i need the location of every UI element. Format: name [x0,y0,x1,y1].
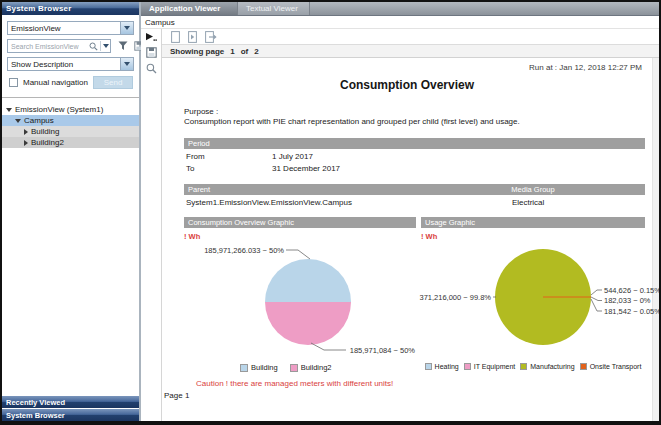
tab-label: Textual Viewer [246,4,298,13]
media-group-header-label: Media Group [511,185,645,194]
period-to-value: 31 December 2017 [272,164,340,173]
legend-item: Heating [425,363,459,370]
usage-legend: Heating IT Equipment Manuf [421,363,645,370]
legend-item: Manufacturing [520,363,574,370]
go-to-page-icon[interactable] [188,31,197,43]
tree-item-building2[interactable]: Building2 [2,137,139,148]
unit-warning: ! Wh [421,232,645,241]
legend-label: Onsite Transport [590,363,642,370]
search-icon[interactable] [88,42,99,51]
status-total-pages: 2 [254,47,258,56]
tree-item-emissionview[interactable]: EmissionView (System1) [2,104,139,115]
legend-swatch-it-equipment [464,363,471,370]
callout-line [591,297,602,301]
legend-label: Building2 [301,363,332,372]
legend-label: Heating [435,363,459,370]
divider [100,41,101,51]
period-from-label: From [186,152,272,161]
send-button[interactable]: Send [93,76,133,89]
tree-item-label: Building [31,127,59,136]
legend-swatch-onsite-transport [580,363,587,370]
export-icon[interactable] [205,31,217,43]
domain-select-button[interactable] [120,22,133,34]
consumption-pie-chart: 185,971,266.033 ~ 50% 185,971,084 ~ 50% [184,242,416,360]
chevron-down-icon [124,26,130,30]
tree-item-label: Campus [24,116,54,125]
legend-item: Building [240,363,278,372]
run-icon[interactable] [145,32,157,42]
app-window: System Browser EmissionView [0,0,661,425]
save-icon[interactable] [146,47,157,58]
pie-slice-building2[interactable] [265,302,351,345]
callout-label: 371,216,000 ~ 99.8% [419,293,491,302]
search-box[interactable] [7,39,111,53]
manual-navigation-checkbox[interactable] [9,78,18,87]
callout-label: 182,033 ~ 0% [604,296,651,305]
triangle-down-icon[interactable] [6,108,12,112]
tree-item-building[interactable]: Building [2,126,139,137]
view-mode-select-button[interactable] [120,58,133,70]
parent-section-header: Parent Media Group [184,184,645,195]
page-status-bar: Showing page 1 of 2 [162,44,659,58]
page-icon[interactable] [171,31,180,43]
callout-label: 185,971,084 ~ 50% [350,346,416,355]
zoom-icon[interactable] [146,63,157,74]
report-page: Run at : Jan 12, 2018 12:27 PM Consumpti… [162,58,652,421]
domain-select-value: EmissionView [8,22,120,34]
consumption-legend: Building Building2 [240,363,416,372]
system-browser-bar[interactable]: System Browser [2,409,139,421]
domain-select[interactable]: EmissionView [7,21,134,35]
tab-textual-viewer[interactable]: Textual Viewer [238,2,310,15]
tree-item-label: Building2 [31,138,64,147]
search-options-button[interactable] [102,44,110,48]
usage-graphic-header: Usage Graphic [421,217,645,228]
status-current-page: 1 [230,47,234,56]
system-browser-header[interactable]: System Browser [2,2,139,15]
divider [2,97,139,98]
view-mode-value: Show Description [8,58,120,70]
legend-swatch-heating [425,363,432,370]
legend-swatch-building [240,364,248,372]
period-from-value: 1 July 2017 [272,152,313,161]
period-row-to: To 31 December 2017 [186,163,645,173]
legend-label: IT Equipment [474,363,516,370]
pie-slice-building[interactable] [265,259,351,302]
tab-application-viewer[interactable]: Application Viewer [141,2,238,15]
callout-line [591,290,602,295]
breadcrumb: Campus [141,16,659,29]
purpose-text: Consumption report with PIE chart repres… [184,117,652,127]
system-browser-panel: System Browser EmissionView [2,2,141,421]
system-browser-title: System Browser [6,4,72,13]
triangle-right-icon[interactable] [24,129,28,135]
viewport-gutter [652,58,659,421]
breadcrumb-label[interactable]: Campus [145,18,175,27]
system-tree: EmissionView (System1) Campus Building B… [2,104,139,148]
legend-item: IT Equipment [464,363,516,370]
callout-label: 181,542 ~ 0.05% [604,307,659,316]
triangle-right-icon[interactable] [24,140,28,146]
filter-icon[interactable] [118,41,128,51]
legend-swatch-manufacturing [520,363,527,370]
report-viewport[interactable]: Run at : Jan 12, 2018 12:27 PM Consumpti… [162,58,659,421]
legend-label: Building [251,363,278,372]
report-toolbar [162,29,659,44]
usage-pie-chart: 371,216,000 ~ 99.8% 544,626 ~ 0.15% 182,… [421,242,647,360]
recently-viewed-bar[interactable]: Recently Viewed [2,396,139,408]
view-mode-select[interactable]: Show Description [7,57,134,71]
parent-header-label: Parent [184,185,511,194]
chevron-down-icon [103,44,109,48]
legend-item: Onsite Transport [580,363,642,370]
parent-path-value: System1.EmissionView.EmissionView.Campus [186,198,512,207]
purpose-label: Purpose : [184,107,652,117]
tree-item-campus[interactable]: Campus [2,115,139,126]
run-at-timestamp: Run at : Jan 12, 2018 12:27 PM [162,63,642,72]
search-input[interactable] [8,43,88,50]
legend-item: Building2 [290,363,332,372]
period-header-label: Period [188,139,210,148]
chevron-down-icon [124,62,130,66]
consumption-overview-chart: Consumption Overview Graphic ! Wh 185,97… [184,217,416,372]
triangle-down-icon[interactable] [15,119,21,123]
tree-item-label: EmissionView (System1) [15,105,103,114]
period-row-from: From 1 July 2017 [186,151,645,161]
legend-swatch-building2 [290,364,298,372]
